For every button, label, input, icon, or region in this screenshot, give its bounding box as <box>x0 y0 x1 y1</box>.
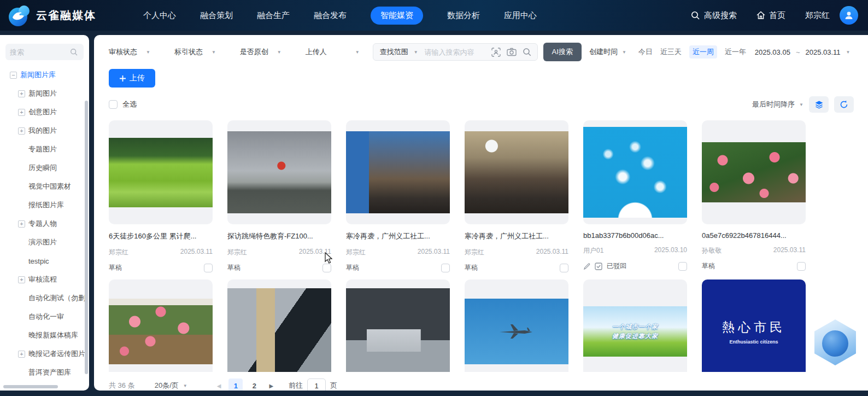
tree-item-topic-images[interactable]: 专题图片 <box>0 140 89 159</box>
card-checkbox[interactable] <box>560 264 568 272</box>
tree-item-review-flow[interactable]: +审核流程 <box>0 270 89 289</box>
camera-search-icon[interactable] <box>507 48 517 56</box>
card-thumbnail[interactable] <box>109 279 213 372</box>
tree-item-newspaper-library[interactable]: 报纸图片库 <box>0 196 89 214</box>
card-thumbnail[interactable] <box>583 120 687 224</box>
advanced-search-link[interactable]: 高级搜索 <box>691 10 737 21</box>
check-square-icon[interactable] <box>595 263 602 270</box>
face-search-icon[interactable] <box>491 48 501 57</box>
tree-item-puer-assets[interactable]: 普洱资产图库 <box>0 363 89 382</box>
refresh-button[interactable] <box>834 96 854 113</box>
collapse-icon[interactable]: − <box>10 72 17 79</box>
filter-original[interactable]: 是否原创▼ <box>240 47 281 57</box>
card-title[interactable]: 0a5e7c6922b467816444... <box>702 231 806 240</box>
card-thumbnail[interactable] <box>702 120 806 224</box>
layers-view-button[interactable] <box>809 96 829 113</box>
prev-page-button[interactable]: ◀ <box>212 383 227 389</box>
filter-review-status[interactable]: 审核状态▼ <box>109 47 150 57</box>
date-range-picker[interactable]: 2025.03.05 ~ 2025.03.11 ▼ <box>755 48 851 56</box>
expand-icon[interactable]: + <box>18 220 25 228</box>
image-card[interactable]: 0a5e7c6922b467816444... 孙敬敬2025.03.11 草稿 <box>702 120 806 272</box>
image-card[interactable] <box>465 279 568 372</box>
user-avatar[interactable] <box>840 6 858 25</box>
image-card[interactable]: 6天徒步160多公里 累计爬... 郑宗红2025.03.11 草稿 <box>109 120 213 272</box>
tree-item-automation-test[interactable]: 自动化测试（勿删 <box>0 289 89 307</box>
tree-item-my-images[interactable]: +我的图片 <box>0 121 89 140</box>
card-thumbnail[interactable] <box>109 120 213 224</box>
date-to[interactable]: 2025.03.11 <box>806 48 841 56</box>
tree-item-automation-review[interactable]: 自动化一审 <box>0 307 89 326</box>
range-year[interactable]: 近一年 <box>725 47 746 57</box>
goto-page-input[interactable] <box>307 378 326 391</box>
username[interactable]: 郑宗红 <box>805 10 830 21</box>
search-icon[interactable] <box>523 48 532 57</box>
image-card[interactable] <box>227 279 331 372</box>
card-thumbnail[interactable]: 一个城市一个家 健康促进靠大家 <box>583 279 687 372</box>
expand-icon[interactable]: + <box>18 351 25 358</box>
sidebar-horizontal-scrollbar[interactable] <box>3 385 58 388</box>
sort-dropdown[interactable]: 最后时间降序▼ <box>752 100 804 109</box>
image-card[interactable]: 探访跳绳特色教育-FZ100... 郑宗红2025.03.11 草稿 <box>227 120 331 272</box>
image-card[interactable]: bb1ab3377b6b00d06ac... 用户012025.03.10 已驳… <box>583 120 687 272</box>
tree-item-demo-images[interactable]: 演示图片 <box>0 233 89 252</box>
expand-icon[interactable]: + <box>18 127 25 135</box>
expand-icon[interactable]: + <box>18 276 25 283</box>
page-number-1-active[interactable]: 1 <box>228 378 243 391</box>
nav-item-personal[interactable]: 个人中心 <box>143 7 176 25</box>
card-title[interactable]: 6天徒步160多公里 累计爬... <box>109 231 213 241</box>
upload-button[interactable]: 上传 <box>109 69 155 88</box>
range-week-active[interactable]: 近一周 <box>689 45 717 59</box>
home-link[interactable]: 首页 <box>756 10 785 21</box>
card-thumbnail[interactable]: 熱心市民 Enthusiastic citizens <box>702 279 806 372</box>
image-card[interactable]: 寒冷再袭，广州义工社工... 郑宗红2025.03.11 草稿 <box>465 120 568 272</box>
tree-item-vcg-material[interactable]: 视觉中国素材 <box>0 177 89 196</box>
image-card[interactable]: 寒冷再袭，广州义工社工... 郑宗红2025.03.11 草稿 <box>346 120 450 272</box>
select-all-checkbox[interactable] <box>109 100 118 109</box>
search-scope-dropdown[interactable]: 查找范围▼ <box>380 47 418 57</box>
card-title[interactable]: 探访跳绳特色教育-FZ100... <box>227 231 331 241</box>
card-thumbnail[interactable] <box>346 279 450 372</box>
expand-icon[interactable]: + <box>18 90 25 97</box>
card-checkbox[interactable] <box>678 262 687 271</box>
card-checkbox[interactable] <box>204 264 213 272</box>
filter-index-status[interactable]: 标引状态▼ <box>174 47 216 57</box>
card-thumbnail[interactable] <box>465 120 568 224</box>
card-thumbnail[interactable] <box>346 120 450 224</box>
page-number-2[interactable]: 2 <box>247 378 261 391</box>
nav-item-app-center[interactable]: 应用中心 <box>504 7 537 25</box>
tree-item-news-images[interactable]: +新闻图片 <box>0 84 89 103</box>
keyword-search-input[interactable] <box>425 48 489 56</box>
image-card[interactable]: 一个城市一个家 健康促进靠大家 <box>583 279 687 372</box>
filter-uploader[interactable]: 上传人▼ <box>306 47 360 57</box>
card-checkbox[interactable] <box>441 264 450 272</box>
edit-pencil-icon[interactable] <box>583 263 591 270</box>
nav-item-data-analysis[interactable]: 数据分析 <box>447 7 480 25</box>
card-title[interactable]: bb1ab3377b6b00d06ac... <box>583 231 687 240</box>
sidebar-search-box[interactable] <box>5 44 84 60</box>
page-size-dropdown[interactable]: 20条/页▼ <box>155 381 187 391</box>
tree-item-reporter-remote[interactable]: +晚报记者远传图片 <box>0 345 89 363</box>
nav-item-publishing[interactable]: 融合发布 <box>314 7 347 25</box>
nav-item-production[interactable]: 融合生产 <box>257 7 290 25</box>
expand-icon[interactable]: + <box>18 109 25 116</box>
image-card[interactable]: 熱心市民 Enthusiastic citizens <box>702 279 806 372</box>
tree-item-testpic[interactable]: testpic <box>0 252 89 270</box>
range-3days[interactable]: 近三天 <box>660 47 682 57</box>
card-checkbox[interactable] <box>797 262 806 271</box>
tree-item-evening-news-media[interactable]: 晚报新媒体稿库 <box>0 326 89 345</box>
nav-item-smart-media-active[interactable]: 智能媒资 <box>371 7 423 25</box>
card-thumbnail[interactable] <box>465 279 568 372</box>
card-thumbnail[interactable] <box>227 279 331 372</box>
brand[interactable]: 云雀融媒体 <box>9 5 96 25</box>
card-title[interactable]: 寒冷再袭，广州义工社工... <box>465 231 568 241</box>
tree-item-news-library[interactable]: −新闻图片库 <box>0 66 89 84</box>
range-today[interactable]: 今日 <box>638 47 653 57</box>
next-page-button[interactable]: ▶ <box>263 383 279 389</box>
tree-item-history-moments[interactable]: 历史瞬间 <box>0 159 89 177</box>
card-title[interactable]: 寒冷再袭，广州义工社工... <box>346 231 450 241</box>
date-from[interactable]: 2025.03.05 <box>755 48 790 56</box>
tree-item-creative-images[interactable]: +创意图片 <box>0 103 89 121</box>
image-card[interactable] <box>109 279 213 372</box>
time-field-dropdown[interactable]: 创建时间▼ <box>589 47 626 57</box>
sidebar-vertical-scrollbar[interactable] <box>85 101 88 374</box>
